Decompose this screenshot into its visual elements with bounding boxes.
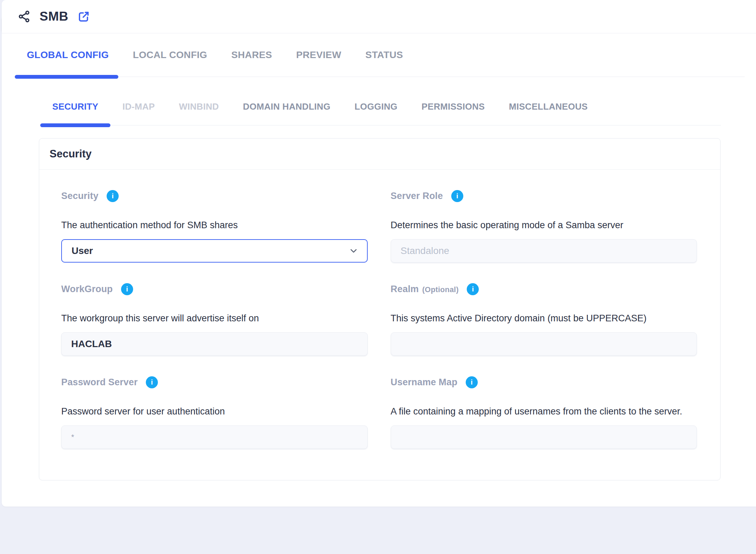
subtab-logging[interactable]: LOGGING [343,101,410,112]
subtab-winbind: WINBIND [167,101,231,112]
username-map-input[interactable] [391,425,697,449]
optional-tag: (Optional) [422,285,459,294]
field-label: WorkGroup [61,284,113,295]
app-window: SMB GLOBAL CONFIG LOCAL CONFIG SHARES PR… [2,0,756,507]
field-realm: Realm(Optional) i This systems Active Di… [391,282,697,356]
field-username-map: Username Map i A file containing a mappi… [391,375,697,449]
tab-local-config[interactable]: LOCAL CONFIG [121,49,219,61]
section-title: Security [39,138,720,170]
field-description: The workgroup this server will advertise… [61,312,368,324]
field-server-role: Server Role i Determines the basic opera… [391,189,697,263]
security-section-card: Security Security i The authentication m… [39,138,721,480]
field-label: Username Map [391,377,457,388]
field-label: Server Role [391,191,443,201]
field-description: A file containing a mapping of usernames… [391,406,697,417]
field-label: Password Server [61,377,138,388]
subtab-domain-handling[interactable]: DOMAIN HANDLING [231,101,342,112]
chevron-down-icon [348,246,359,256]
tab-shares[interactable]: SHARES [219,49,284,61]
page-title: SMB [40,9,68,24]
server-role-info-icon[interactable]: i [451,190,463,202]
subtab-permissions[interactable]: PERMISSIONS [410,101,497,112]
main-tab-bar: GLOBAL CONFIG LOCAL CONFIG SHARES PREVIE… [15,49,756,61]
field-description: Determines the basic operating mode of a… [391,219,697,231]
workgroup-input[interactable] [61,332,368,356]
sub-tab-bar: SECURITY ID-MAP WINBIND DOMAIN HANDLING … [40,101,756,112]
realm-input[interactable] [391,332,697,356]
active-subtab-indicator [40,123,110,127]
subtab-id-map: ID-MAP [110,101,167,112]
field-description: Password server for user authentication [61,406,368,417]
field-workgroup: WorkGroup i The workgroup this server wi… [61,282,368,356]
field-password-server: Password Server i Password server for us… [61,375,368,449]
app-header: SMB [2,0,756,33]
field-description: This systems Active Directory domain (mu… [391,312,697,324]
active-tab-indicator [15,75,118,79]
security-info-icon[interactable]: i [107,190,119,202]
external-link-icon[interactable] [77,10,90,23]
field-label: Security [61,191,98,201]
security-form: Security i The authentication method for… [39,170,720,480]
tab-status[interactable]: STATUS [353,49,415,61]
field-security: Security i The authentication method for… [61,189,368,263]
realm-info-icon[interactable]: i [467,283,479,295]
password-server-info-icon[interactable]: i [146,376,158,388]
sub-tab-divider [40,125,721,125]
workgroup-info-icon[interactable]: i [121,283,133,295]
tab-global-config[interactable]: GLOBAL CONFIG [15,49,121,61]
security-select-value: User [72,245,93,256]
server-role-input [391,239,697,263]
field-label: Realm(Optional) [391,284,459,295]
subtab-security[interactable]: SECURITY [40,101,110,112]
subtab-miscellaneous[interactable]: MISCELLANEOUS [497,101,600,112]
tab-preview[interactable]: PREVIEW [284,49,353,61]
password-server-input[interactable] [61,425,368,449]
field-description: The authentication method for SMB shares [61,219,368,231]
security-select[interactable]: User [61,239,368,263]
main-tab-divider [15,77,745,77]
share-icon [18,10,31,23]
username-map-info-icon[interactable]: i [466,376,478,388]
